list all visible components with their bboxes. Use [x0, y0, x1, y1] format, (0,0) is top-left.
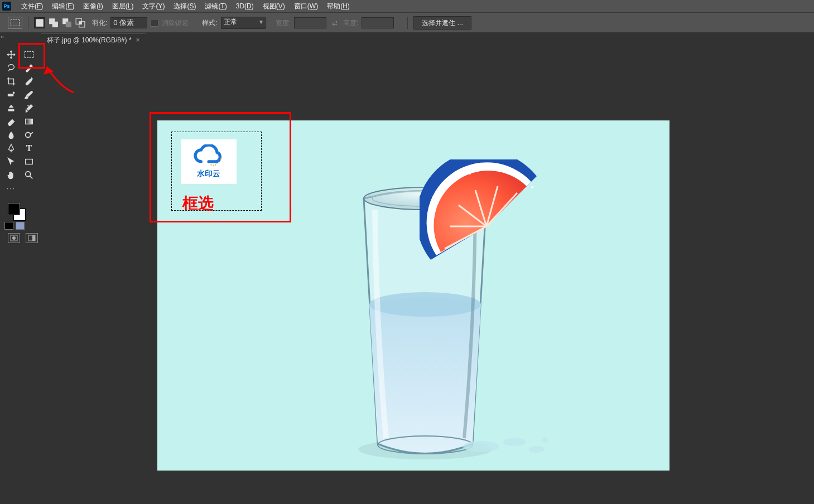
- document-canvas[interactable]: 水印云: [157, 120, 669, 471]
- menu-view[interactable]: 视图(V): [258, 1, 290, 12]
- quick-mask-toggle[interactable]: [8, 233, 20, 243]
- svg-point-39: [529, 446, 545, 453]
- svg-point-36: [531, 186, 533, 188]
- document-tab[interactable]: 杯子.jpg @ 100%(RGB/8#) * ×: [41, 33, 146, 46]
- quick-mask-screen-mode: [8, 233, 38, 243]
- height-label: 高度:: [343, 18, 358, 28]
- svg-point-32: [449, 183, 451, 186]
- width-input: [294, 17, 326, 28]
- path-selection-tool[interactable]: [4, 155, 18, 168]
- history-brush-tool[interactable]: [22, 101, 36, 115]
- spot-healing-tool[interactable]: [4, 88, 18, 101]
- watermark-logo: 水印云: [181, 139, 237, 184]
- antialias-label: 消除锯齿: [162, 18, 189, 28]
- annotation-label: 框选: [182, 193, 214, 214]
- pen-tool[interactable]: [4, 142, 18, 155]
- svg-point-40: [542, 437, 548, 443]
- selection-mode-add[interactable]: [49, 18, 59, 28]
- water-drips: [459, 430, 553, 461]
- workspace: ‹‹ 杯子.jpg @ 100%(RGB/8#) * × ··· T: [0, 32, 814, 504]
- eraser-tool[interactable]: [4, 115, 18, 128]
- menu-file[interactable]: 文件(F): [17, 1, 47, 12]
- menu-type[interactable]: 文字(Y): [138, 1, 169, 12]
- svg-rect-10: [26, 119, 33, 124]
- svg-rect-7: [79, 22, 82, 25]
- cloud-icon: [192, 144, 225, 168]
- svg-point-18: [210, 164, 211, 166]
- foreground-color-swatch[interactable]: [8, 203, 20, 215]
- menu-help[interactable]: 帮助(H): [322, 1, 354, 12]
- svg-point-19: [213, 164, 214, 166]
- edit-toolbar[interactable]: ···: [4, 182, 18, 195]
- clone-stamp-tool[interactable]: [4, 101, 18, 115]
- menu-filter[interactable]: 滤镜(T): [200, 1, 231, 12]
- svg-point-9: [13, 92, 15, 94]
- selection-mode-intersect[interactable]: [75, 18, 85, 28]
- panel-collapse-handle[interactable]: ‹‹: [1, 34, 4, 40]
- svg-rect-8: [8, 94, 14, 96]
- svg-point-13: [26, 172, 31, 177]
- tool-preset-picker[interactable]: [8, 17, 22, 29]
- menu-edit[interactable]: 编辑(E): [47, 1, 79, 12]
- menu-select[interactable]: 选择(S): [169, 1, 200, 12]
- crop-tool[interactable]: [4, 75, 18, 88]
- watermark-text: 水印云: [197, 169, 220, 179]
- blur-tool[interactable]: [4, 128, 18, 142]
- height-input: [362, 17, 394, 28]
- feather-input[interactable]: [110, 17, 147, 28]
- move-tool[interactable]: [4, 48, 18, 61]
- svg-point-22: [369, 292, 481, 317]
- style-select[interactable]: 正常: [221, 17, 266, 29]
- toolbox-column-right: T: [20, 48, 38, 182]
- close-tab-icon[interactable]: ×: [136, 36, 140, 44]
- eyedropper-tool[interactable]: [22, 75, 36, 88]
- rectangle-tool[interactable]: [22, 155, 36, 168]
- svg-point-20: [215, 164, 216, 166]
- type-tool[interactable]: T: [22, 142, 36, 155]
- lasso-tool[interactable]: [4, 61, 18, 75]
- antialias-checkbox: [151, 19, 158, 27]
- svg-rect-12: [26, 159, 33, 164]
- app-logo: Ps: [2, 2, 11, 11]
- svg-rect-2: [52, 22, 58, 27]
- svg-point-15: [12, 236, 16, 240]
- hand-tool[interactable]: [4, 168, 18, 182]
- swap-dimensions-icon: ⇄: [330, 18, 340, 28]
- selection-mode-subtract[interactable]: [62, 18, 72, 28]
- menu-bar: Ps 文件(F) 编辑(E) 图像(I) 图层(L) 文字(Y) 选择(S) 滤…: [0, 0, 814, 12]
- zoom-tool[interactable]: [22, 168, 36, 182]
- toolbox-column-left: ···: [2, 48, 20, 195]
- screen-mode-toggle[interactable]: [26, 233, 38, 243]
- svg-point-35: [516, 172, 518, 175]
- style-label: 样式:: [202, 18, 217, 28]
- selection-mode-new[interactable]: [34, 17, 45, 28]
- fruit-slice-image: [420, 159, 548, 282]
- options-bar: 羽化: 消除锯齿 样式: 正常 宽度: ⇄ 高度: 选择并遮住 ...: [0, 12, 814, 33]
- dodge-tool[interactable]: [22, 128, 36, 142]
- menu-layer[interactable]: 图层(L): [108, 1, 138, 12]
- default-colors[interactable]: [4, 222, 25, 230]
- svg-rect-4: [66, 22, 71, 27]
- svg-point-11: [26, 133, 31, 138]
- menu-image[interactable]: 图像(I): [79, 1, 107, 12]
- annotation-arrow: [40, 59, 79, 98]
- svg-rect-0: [36, 19, 44, 27]
- marquee-icon: [11, 20, 20, 26]
- menu-3d[interactable]: 3D(D): [232, 1, 258, 11]
- document-tab-title: 杯子.jpg @ 100%(RGB/8#) *: [47, 36, 132, 45]
- width-label: 宽度:: [276, 18, 291, 28]
- brush-tool[interactable]: [22, 88, 36, 101]
- svg-point-38: [503, 438, 526, 446]
- svg-rect-17: [32, 235, 35, 241]
- separator: [28, 17, 28, 29]
- marquee-tool[interactable]: [22, 48, 36, 61]
- feather-label: 羽化:: [92, 18, 107, 28]
- select-and-mask-button[interactable]: 选择并遮住 ...: [413, 16, 471, 30]
- svg-point-34: [494, 168, 496, 170]
- svg-point-33: [469, 172, 471, 175]
- magic-wand-tool[interactable]: [22, 61, 36, 75]
- menu-window[interactable]: 窗口(W): [290, 1, 322, 12]
- gradient-tool[interactable]: [22, 115, 36, 128]
- svg-point-37: [463, 441, 499, 452]
- separator: [407, 17, 408, 29]
